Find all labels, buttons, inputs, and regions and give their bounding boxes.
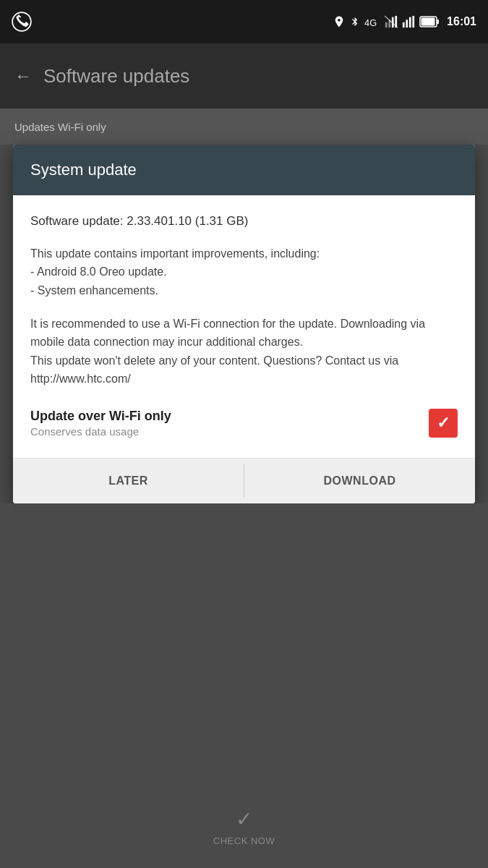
download-button[interactable]: DOWNLOAD	[244, 459, 475, 503]
status-time: 16:01	[447, 15, 476, 28]
dialog-buttons: LATER DOWNLOAD	[13, 458, 475, 503]
dialog-title: System update	[30, 161, 137, 179]
wifi-only-left: Update over Wi-Fi only Conserves data us…	[30, 409, 171, 438]
wifi-only-checkbox[interactable]: ✓	[429, 409, 458, 438]
status-bar-left	[12, 12, 32, 32]
dialog-container: System update Software update: 2.33.401.…	[13, 145, 475, 503]
svg-rect-9	[409, 17, 411, 27]
svg-text:4G: 4G	[364, 17, 377, 28]
dialog-header: System update	[13, 145, 475, 195]
page-title: Software updates	[43, 65, 189, 88]
wifi-only-sublabel: Conserves data usage	[30, 425, 171, 438]
check-now-area[interactable]: ✓ CHECK NOW	[213, 807, 275, 846]
phone-icon	[12, 12, 32, 32]
bottom-area: ✓ CHECK NOW	[0, 503, 488, 868]
signal1-icon: 4G	[364, 15, 380, 28]
status-bar: 4G 16:01	[0, 0, 488, 43]
top-bar: ← Software updates	[0, 43, 488, 109]
bg-tabs-text: Updates Wi-Fi only	[14, 121, 106, 133]
signal2-icon	[385, 15, 398, 28]
status-bar-right: 4G 16:01	[333, 15, 476, 28]
svg-rect-8	[406, 20, 408, 27]
location-icon	[333, 15, 346, 28]
checkmark-icon: ✓	[437, 414, 450, 433]
back-button[interactable]: ←	[14, 66, 32, 86]
svg-rect-12	[421, 18, 435, 26]
svg-point-0	[12, 12, 31, 31]
svg-rect-2	[385, 22, 388, 27]
update-description: This update contains important improveme…	[30, 244, 458, 300]
signal3-icon	[402, 15, 415, 28]
dialog: System update Software update: 2.33.401.…	[13, 145, 475, 503]
check-now-label: CHECK NOW	[213, 835, 275, 846]
dialog-body: Software update: 2.33.401.10 (1.31 GB) T…	[13, 195, 475, 458]
screen: 4G 16:01 ←	[0, 0, 488, 868]
battery-icon	[419, 16, 440, 27]
update-version: Software update: 2.33.401.10 (1.31 GB)	[30, 213, 458, 230]
svg-rect-13	[437, 20, 439, 24]
main-area: Updates Wi-Fi only System update Softwar…	[0, 109, 488, 868]
check-now-icon: ✓	[236, 807, 252, 831]
svg-rect-10	[412, 16, 414, 27]
svg-rect-7	[403, 22, 405, 27]
update-warning: It is recommended to use a Wi-Fi connect…	[30, 315, 458, 388]
wifi-only-label: Update over Wi-Fi only	[30, 409, 171, 424]
wifi-only-row[interactable]: Update over Wi-Fi only Conserves data us…	[30, 406, 458, 443]
bg-content: Updates Wi-Fi only	[0, 109, 488, 145]
later-button[interactable]: LATER	[13, 459, 244, 503]
bluetooth-icon	[350, 15, 360, 28]
